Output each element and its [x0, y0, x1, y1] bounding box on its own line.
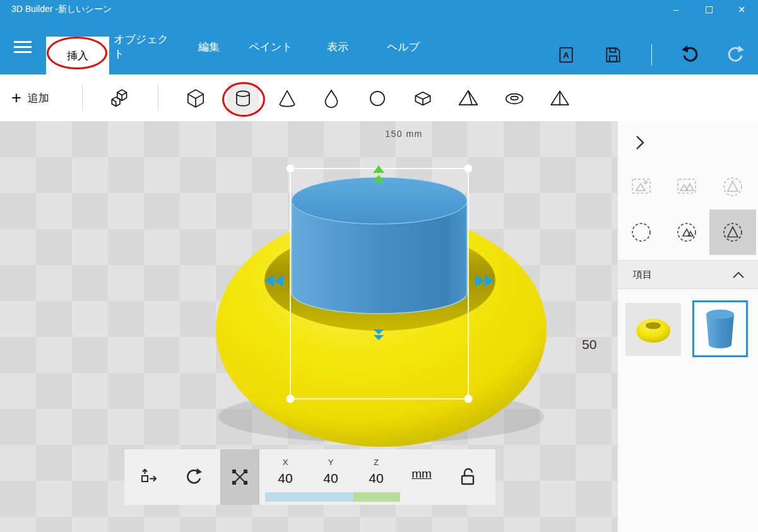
z-axis-value[interactable]: 40 — [358, 471, 394, 486]
selection-handle-bottom-right[interactable] — [465, 395, 473, 403]
boolean-intersect-button[interactable] — [663, 164, 710, 210]
shape-cylinder-button[interactable] — [227, 83, 259, 114]
tetrahedron-icon — [548, 87, 571, 110]
toolbar-divider — [158, 85, 158, 111]
shape-cone-button[interactable] — [271, 83, 303, 114]
menu-divider — [651, 44, 652, 66]
torus-thumbnail-icon — [632, 314, 674, 345]
dimension-label-width: 150 mm — [353, 129, 454, 139]
y-axis-label: Y — [313, 458, 348, 467]
items-collapse-button[interactable] — [730, 267, 747, 283]
undo-icon — [680, 45, 700, 65]
select-invert-icon — [674, 220, 699, 245]
cylinder-thumbnail-icon — [702, 308, 738, 350]
add-label: 追加 — [28, 91, 49, 105]
redo-button[interactable] — [725, 44, 747, 66]
tab-help[interactable]: ヘルプ — [384, 19, 423, 74]
cylinder-icon — [232, 87, 254, 110]
pyramid-icon — [457, 87, 480, 110]
move-icon — [139, 467, 159, 487]
x-axis-field[interactable]: X 40 — [268, 449, 303, 505]
maximize-icon — [706, 6, 713, 13]
merge-icon — [629, 175, 654, 198]
items-section-header: 項目 — [618, 260, 758, 289]
shape-toolbar: + 追加 — [0, 74, 758, 121]
cube-icon — [184, 87, 207, 110]
select-object-icon — [720, 220, 745, 245]
scale-tool-button[interactable] — [220, 449, 259, 505]
shape-sphere-button[interactable] — [362, 83, 393, 114]
move-tool-button[interactable] — [129, 449, 169, 505]
selection-handle-top-left[interactable] — [287, 165, 295, 173]
rotate-tool-button[interactable] — [175, 449, 214, 505]
sphere-icon — [366, 87, 389, 110]
aspect-lock-button[interactable] — [454, 449, 482, 505]
unit-toggle[interactable]: mm — [407, 467, 436, 481]
selection-handle-top-right[interactable] — [465, 165, 473, 173]
hexagonal-prism-icon — [412, 87, 434, 110]
shape-torus-button[interactable] — [499, 83, 530, 114]
unlock-icon — [459, 467, 477, 487]
svg-text:A: A — [563, 50, 569, 60]
tab-view[interactable]: 表示 — [319, 19, 357, 74]
z-axis-field[interactable]: Z 40 — [358, 449, 394, 505]
select-none-button[interactable] — [618, 210, 665, 255]
shape-tetrahedron-button[interactable] — [544, 83, 576, 114]
cone-icon — [276, 87, 299, 110]
window-controls: – ✕ — [660, 0, 758, 19]
subtract-icon — [720, 174, 745, 199]
print-button[interactable]: A — [555, 44, 577, 66]
maximize-button[interactable] — [692, 0, 725, 19]
select-invert-button[interactable] — [663, 210, 710, 255]
add-button[interactable]: + 追加 — [11, 74, 49, 121]
save-button[interactable] — [602, 44, 624, 66]
chevron-up-icon — [731, 270, 745, 280]
dimension-label-height: 50 — [582, 337, 596, 352]
tab-edit[interactable]: 編集 — [190, 19, 228, 74]
minimize-button[interactable]: – — [660, 0, 692, 19]
close-button[interactable]: ✕ — [725, 0, 758, 19]
library-button[interactable] — [104, 83, 136, 114]
save-icon — [603, 45, 622, 64]
select-none-icon — [629, 220, 654, 245]
panel-collapse-button[interactable] — [629, 130, 651, 155]
title-bar: 3D Builder -新しいシーン – ✕ — [0, 0, 758, 19]
menu-bar: 挿入 オブジェクト 編集 ペイント 表示 ヘルプ A — [0, 19, 758, 74]
cylinder-top-face — [292, 177, 467, 224]
model-library-icon — [109, 87, 131, 110]
shape-teardrop-button[interactable] — [316, 83, 347, 114]
close-icon: ✕ — [738, 4, 745, 15]
hamburger-icon — [14, 41, 32, 43]
select-object-button[interactable] — [709, 210, 756, 255]
x-axis-label: X — [268, 458, 303, 467]
toolbar-divider — [82, 85, 83, 111]
tab-object[interactable]: オブジェクト — [114, 19, 170, 74]
intersect-icon — [674, 175, 699, 198]
plus-icon: + — [11, 90, 21, 107]
chevron-right-icon — [632, 132, 648, 153]
item-thumbnail-torus[interactable] — [625, 303, 681, 356]
shape-hexprism-button[interactable] — [407, 83, 439, 114]
3d-viewport[interactable]: 150 mm 50 — [0, 121, 617, 532]
shape-pyramid-button[interactable] — [453, 83, 484, 114]
y-axis-field[interactable]: Y 40 — [313, 449, 348, 505]
window-title: 3D Builder -新しいシーン — [11, 4, 112, 15]
hamburger-menu-button[interactable] — [14, 38, 33, 54]
selection-handle-bottom-left[interactable] — [287, 395, 295, 403]
scale-icon — [230, 467, 250, 487]
boolean-merge-button[interactable] — [618, 164, 665, 210]
torus-icon — [503, 87, 526, 110]
boolean-subtract-button[interactable] — [709, 164, 756, 210]
tab-paint[interactable]: ペイント — [246, 19, 295, 74]
items-header-label: 項目 — [633, 269, 652, 281]
tab-insert[interactable]: 挿入 — [46, 37, 109, 74]
shape-cube-button[interactable] — [180, 83, 211, 114]
3d-builder-window: 3D Builder -新しいシーン – ✕ 挿入 オブジェクト 編集 ペイント… — [0, 0, 758, 532]
undo-button[interactable] — [679, 44, 701, 66]
teardrop-icon — [320, 87, 343, 110]
print-icon: A — [557, 45, 576, 65]
right-panel: 項目 — [617, 121, 758, 532]
x-axis-value[interactable]: 40 — [268, 471, 303, 486]
item-thumbnail-cylinder[interactable] — [692, 300, 748, 357]
y-axis-value[interactable]: 40 — [313, 471, 348, 486]
